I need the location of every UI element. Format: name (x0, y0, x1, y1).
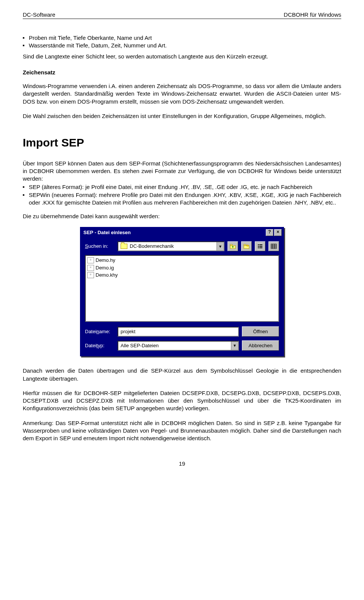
close-button[interactable]: × (274, 229, 282, 236)
intro-paragraph: Sind die Langtexte einer Schicht leer, s… (23, 53, 341, 60)
import-sep-bullets: SEP (älteres Format): je Profil eine Dat… (23, 183, 341, 206)
paragraph: Windows-Programme verwenden i.A. einen a… (23, 82, 341, 106)
chevron-down-icon[interactable]: ▼ (217, 242, 224, 250)
list-view-button[interactable] (255, 241, 265, 251)
search-in-label: Suchen in: (85, 243, 115, 250)
paragraph: Über Import SEP können Daten aus dem SEP… (23, 160, 341, 183)
folder-icon (121, 244, 127, 249)
open-button[interactable]: Öffnen (242, 326, 279, 337)
intro-bullets: Proben mit Tiefe, Tiefe Oberkante, Name … (23, 34, 341, 50)
filetype-value: Alle SEP-Dateien (121, 342, 158, 349)
details-view-button[interactable] (268, 241, 279, 251)
paragraph: Danach werden die Daten übertragen und d… (23, 367, 341, 383)
svg-rect-7 (259, 246, 262, 247)
file-name: Demo.ig (96, 265, 114, 271)
page-number: 19 (23, 460, 341, 467)
sep-file-dialog: SEP - Datei einlesen ? × Suchen in: DC-B… (80, 227, 284, 356)
chevron-down-icon[interactable]: ▼ (231, 342, 238, 350)
file-icon: ≡ (87, 272, 94, 278)
folder-combo[interactable]: DC-Bodenmechanik ▼ (118, 241, 224, 251)
paragraph: Die Wahl zwischen den beiden Zeichensätz… (23, 112, 341, 120)
header-right: DCBOHR für Windows (284, 11, 341, 18)
svg-rect-1 (230, 244, 232, 246)
section-title-zeichensatz: Zeichensatz (23, 69, 341, 76)
cancel-button[interactable]: Abbrechen (242, 340, 279, 351)
new-folder-icon (243, 244, 249, 249)
file-icon: ≡ (87, 257, 94, 263)
file-list-item[interactable]: ≡ Demo.hy (86, 257, 278, 264)
details-view-icon (271, 244, 277, 249)
svg-rect-3 (244, 244, 246, 246)
folder-name: DC-Bodenmechanik (130, 243, 174, 250)
help-button[interactable]: ? (266, 229, 273, 236)
filename-label: Dateiname: (85, 328, 115, 335)
svg-rect-5 (259, 244, 262, 245)
list-item: SEP (älteres Format): je Profil eine Dat… (23, 183, 341, 191)
file-name: Demo.hy (96, 257, 115, 264)
header-left: DC-Software (23, 11, 55, 18)
up-one-level-button[interactable] (228, 241, 238, 251)
svg-rect-4 (258, 244, 259, 245)
svg-rect-8 (258, 247, 259, 248)
heading-import-sep: Import SEP (23, 135, 341, 151)
filetype-label: Dateityp: (85, 342, 115, 349)
filetype-combo[interactable]: Alle SEP-Dateien ▼ (118, 341, 239, 351)
file-list-item[interactable]: ≡ Demo.khy (86, 271, 278, 279)
filename-value: projekt (121, 328, 135, 335)
list-item: Proben mit Tiefe, Tiefe Oberkante, Name … (23, 34, 341, 42)
new-folder-button[interactable] (241, 241, 252, 251)
file-list[interactable]: ≡ Demo.hy ≡ Demo.ig ≡ Demo.khy (85, 255, 279, 322)
page-header: DC-Software DCBOHR für Windows (23, 11, 341, 19)
file-icon: ≡ (87, 265, 94, 271)
filename-input[interactable]: projekt (118, 327, 239, 337)
list-item: Wasserstände mit Tiefe, Datum, Zeit, Num… (23, 42, 341, 49)
file-list-item[interactable]: ≡ Demo.ig (86, 264, 278, 272)
paragraph: Hierfür müssen die für DCBOHR-SEP mitgel… (23, 389, 341, 413)
svg-rect-9 (259, 247, 262, 248)
list-item: SEPWin (neueres Format): mehrere Profile… (23, 191, 341, 207)
svg-rect-6 (258, 246, 259, 247)
paragraph: Die zu übernehmende Datei kann ausgewähl… (23, 213, 341, 220)
file-name: Demo.khy (96, 272, 118, 279)
up-folder-icon (230, 244, 236, 249)
dialog-title: SEP - Datei einlesen (83, 229, 131, 236)
dialog-titlebar[interactable]: SEP - Datei einlesen ? × (81, 228, 283, 238)
list-view-icon (257, 244, 263, 249)
paragraph: Anmerkung: Das SEP-Format unterstützt ni… (23, 419, 341, 443)
